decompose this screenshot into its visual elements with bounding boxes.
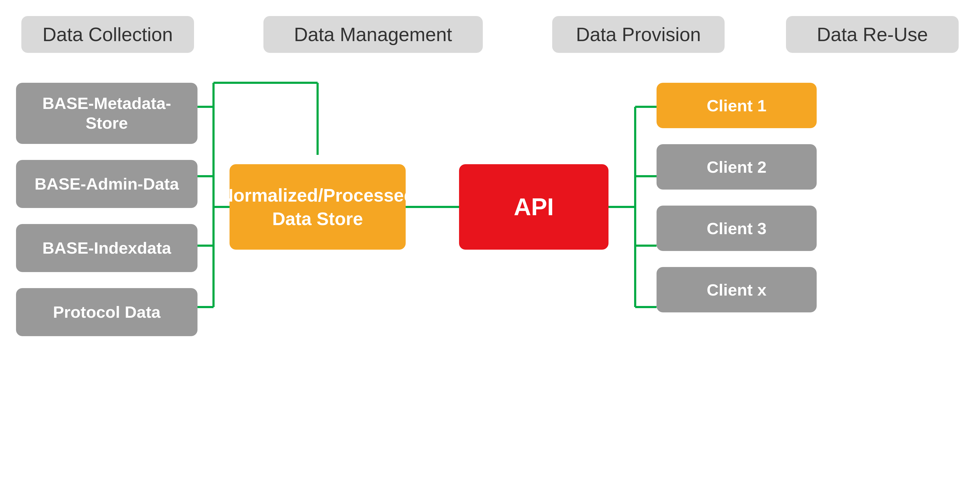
central-store-label: Normalized/ProcessedData Store [220,183,415,231]
source-box-base-admin: BASE-Admin-Data [16,160,197,208]
header-data-collection: Data Collection [21,16,194,53]
central-store-box: Normalized/ProcessedData Store [229,164,406,250]
client-box-3: Client 3 [657,205,817,251]
client-box-1: Client 1 [657,83,817,128]
header-data-provision: Data Provision [552,16,725,53]
source-boxes-group: BASE-Metadata-Store BASE-Admin-Data BASE… [16,83,197,336]
source-box-base-indexdata: BASE-Indexdata [16,224,197,272]
client-box-2: Client 2 [657,144,817,189]
source-box-protocol-data: Protocol Data [16,288,197,336]
client-boxes-group: Client 1 Client 2 Client 3 Client x [657,83,817,312]
source-box-base-metadata: BASE-Metadata-Store [16,83,197,144]
diagram-container: Data Collection Data Management Data Pro… [0,0,980,479]
api-box: API [459,164,608,250]
header-data-reuse: Data Re-Use [786,16,959,53]
headers-row: Data Collection Data Management Data Pro… [21,16,959,53]
client-box-x: Client x [657,267,817,312]
header-data-management: Data Management [263,16,483,53]
